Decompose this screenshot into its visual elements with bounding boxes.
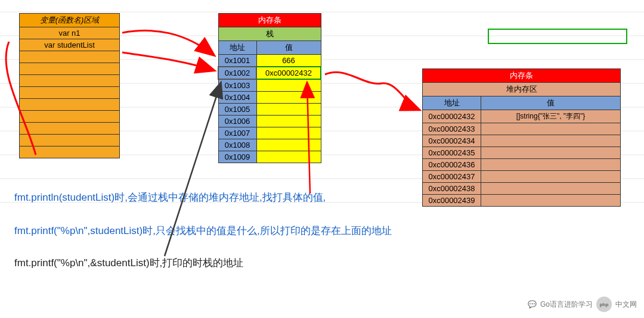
caption-line1: fmt.println(studentList)时,会通过栈中存储的堆内存地址,… [14, 191, 326, 204]
heap-hdr-addr: 地址 [423, 96, 481, 110]
stack-addr: 0x1007 [218, 127, 256, 139]
footer: 💬 Go语言进阶学习 php 中文网 [528, 297, 637, 312]
stack-addr: 0x1009 [218, 151, 256, 163]
variables-table: 变量(函数名)区域 var n1 var studentList [19, 13, 120, 158]
stack-banner: 内存条 [218, 14, 321, 27]
heap-section: 堆内存区 [423, 83, 621, 96]
heap-addr: 0xc00002433 [423, 123, 481, 135]
stack-table: 内存条 栈 地址 值 0x1001666 0x10020xc00002432 0… [218, 13, 321, 163]
var-row: var n1 [20, 27, 120, 39]
stack-val [256, 79, 321, 92]
footer-brand: Go语言进阶学习 [540, 300, 593, 310]
heap-val [481, 135, 621, 147]
var-row [20, 135, 120, 146]
stack-val-hl: 0xc00002432 [256, 67, 321, 79]
stack-val [256, 139, 321, 151]
green-selection-box [488, 29, 627, 44]
wechat-icon: 💬 [528, 300, 537, 308]
stack-addr: 0x1008 [218, 139, 256, 151]
heap-banner: 内存条 [423, 69, 621, 83]
heap-addr: 0xc00002435 [423, 147, 481, 159]
var-row: var studentList [20, 39, 120, 51]
stack-val [256, 116, 321, 127]
stack-hdr-addr: 地址 [218, 41, 256, 55]
heap-val: []string{"张三", "李四"} [481, 110, 621, 123]
heap-addr: 0xc00002434 [423, 135, 481, 147]
caption-line3: fmt.printf("%p\n",&studentList)时,打印的时栈的地… [14, 256, 243, 270]
stack-addr: 0x1003 [218, 79, 256, 92]
heap-val [481, 183, 621, 195]
stack-addr: 0x1005 [218, 104, 256, 116]
var-row [20, 51, 120, 63]
heap-val [481, 123, 621, 135]
heap-val [481, 159, 621, 171]
var-row [20, 146, 120, 158]
stack-addr: 0x1006 [218, 116, 256, 127]
heap-addr: 0xc00002439 [423, 195, 481, 207]
var-row [20, 123, 120, 135]
caption-line2: fmt.printf("%p\n",studentList)时,只会找栈中的值是… [14, 224, 392, 238]
stack-val [256, 151, 321, 163]
heap-addr: 0xc00002437 [423, 171, 481, 183]
heap-val [481, 171, 621, 183]
stack-addr: 0x1001 [218, 55, 256, 67]
stack-val: 666 [256, 55, 321, 67]
stack-val [256, 104, 321, 116]
stack-addr-hl: 0x1002 [218, 67, 256, 79]
stack-val [256, 92, 321, 104]
var-row [20, 87, 120, 99]
heap-val [481, 147, 621, 159]
heap-addr: 0xc00002432 [423, 110, 481, 123]
stack-hdr-val: 值 [256, 41, 321, 55]
heap-addr: 0xc00002438 [423, 183, 481, 195]
php-icon: php [596, 297, 612, 312]
variables-table-header: 变量(函数名)区域 [20, 14, 120, 27]
stack-section: 栈 [218, 27, 321, 41]
var-row [20, 99, 120, 111]
heap-val [481, 195, 621, 207]
stack-addr: 0x1004 [218, 92, 256, 104]
heap-table: 内存条 堆内存区 地址 值 0xc00002432[]string{"张三", … [422, 68, 621, 207]
var-row [20, 75, 120, 87]
footer-site: 中文网 [615, 300, 637, 310]
heap-hdr-val: 值 [481, 96, 621, 110]
stack-val [256, 127, 321, 139]
heap-addr: 0xc00002436 [423, 159, 481, 171]
var-row [20, 63, 120, 75]
var-row [20, 111, 120, 123]
